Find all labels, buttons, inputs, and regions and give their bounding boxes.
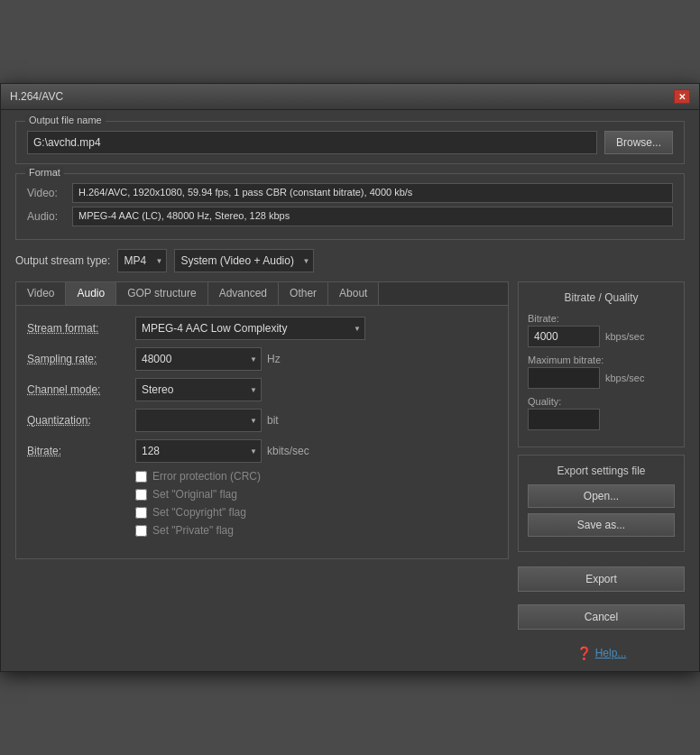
sampling-rate-unit: Hz [267,353,281,365]
private-flag-row: Set "Private" flag [135,524,497,537]
stream-type-label: Output stream type: [15,254,110,267]
original-flag-row: Set "Original" flag [135,488,497,501]
format-section: Format Video: H.264/AVC, 1920x1080, 59.9… [15,173,685,240]
error-protection-checkbox[interactable] [135,471,147,483]
audio-tab-content: Stream format: MPEG-4 AAC Low Complexity… [16,306,508,558]
sampling-rate-select-wrapper: 48000 44100 32000 [135,347,262,371]
output-filename-label: Output file name [25,115,106,125]
private-flag-checkbox[interactable] [135,525,147,537]
bitrate-input[interactable] [528,326,600,347]
format-label: Format [25,167,64,178]
sampling-rate-label: Sampling rate: [27,353,135,365]
copyright-flag-row: Set "Copyright" flag [135,506,497,519]
quantization-label: Quantization: [27,414,135,427]
stream-format-select[interactable]: MPEG-4 AAC Low Complexity MPEG-2 AAC MP3 [135,317,365,340]
channel-mode-row: Channel mode: Stereo Mono 5.1 [27,378,497,401]
save-as-button[interactable]: Save as... [528,513,675,537]
main-content: Video Audio GOP structure Advanced Other… [15,281,685,660]
channel-mode-select[interactable]: Stereo Mono 5.1 [135,378,262,401]
private-flag-label: Set "Private" flag [152,524,234,537]
window-title: H.264/AVC [10,90,63,103]
cancel-button[interactable]: Cancel [518,604,685,630]
open-button[interactable]: Open... [528,484,675,508]
tabs-container: Video Audio GOP structure Advanced Other… [15,281,509,559]
max-bitrate-kbps-label: kbps/sec [605,373,644,383]
stream-type-row: Output stream type: MP4 MKV AVI System (… [15,249,685,272]
export-button[interactable]: Export [518,566,685,592]
original-flag-checkbox[interactable] [135,489,147,501]
tab-advanced[interactable]: Advanced [208,282,279,305]
output-filename-section: Output file name Browse... [15,121,685,164]
mode-select[interactable]: System (Video + Audio) Video only Audio … [174,249,314,272]
browse-button[interactable]: Browse... [604,131,673,154]
original-flag-label: Set "Original" flag [152,488,237,501]
help-icon: ❓ [576,646,592,660]
mode-select-wrapper: System (Video + Audio) Video only Audio … [174,249,314,272]
quantization-row: Quantization: 16 24 bit [27,409,497,432]
output-filename-row: Browse... [27,131,673,154]
right-panel: Bitrate / Quality Bitrate: kbps/sec Maxi… [518,281,685,660]
bitrate-value-row: kbps/sec [528,326,675,347]
title-bar: H.264/AVC ✕ [1,84,699,110]
quality-label: Quality: [528,396,675,407]
window-body: Output file name Browse... Format Video:… [1,110,699,671]
main-window: H.264/AVC ✕ Output file name Browse... F… [0,83,700,672]
video-value: H.264/AVC, 1920x1080, 59.94 fps, 1 pass … [72,183,673,203]
sampling-rate-select[interactable]: 48000 44100 32000 [135,347,262,371]
tab-gop[interactable]: GOP structure [116,282,207,305]
audio-bitrate-select-wrapper: 128 64 192 256 320 [135,439,262,463]
quantization-control: 16 24 bit [135,409,497,432]
max-bitrate-row: kbps/sec [528,367,675,389]
copyright-flag-checkbox[interactable] [135,507,147,519]
close-button[interactable]: ✕ [674,89,690,104]
video-format-row: Video: H.264/AVC, 1920x1080, 59.94 fps, … [27,183,673,203]
audio-label: Audio: [27,210,72,223]
channel-mode-label: Channel mode: [27,383,135,396]
tab-about[interactable]: About [328,282,379,305]
audio-bitrate-control: 128 64 192 256 320 kbits/sec [135,439,497,463]
max-bitrate-label: Maximum bitrate: [528,354,675,365]
audio-value: MPEG-4 AAC (LC), 48000 Hz, Stereo, 128 k… [72,207,673,226]
tab-other[interactable]: Other [279,282,328,305]
quality-input[interactable] [528,409,600,430]
tabs-header: Video Audio GOP structure Advanced Other… [16,282,508,306]
channel-mode-select-wrapper: Stereo Mono 5.1 [135,378,262,401]
format-select-wrapper: MP4 MKV AVI [117,249,167,272]
quantization-unit: bit [267,414,279,427]
channel-mode-control: Stereo Mono 5.1 [135,378,497,401]
max-bitrate-input[interactable] [528,367,600,389]
export-settings-title: Export settings file [528,465,675,477]
audio-format-row: Audio: MPEG-4 AAC (LC), 48000 Hz, Stereo… [27,207,673,226]
audio-bitrate-unit: kbits/sec [267,445,309,457]
export-section: Export settings file Open... Save as... [518,455,685,552]
error-protection-row: Error protection (CRC) [135,470,497,483]
quality-row [528,409,675,430]
bitrate-section: Bitrate / Quality Bitrate: kbps/sec Maxi… [518,281,685,447]
error-protection-label: Error protection (CRC) [152,470,261,483]
tab-video[interactable]: Video [16,282,66,305]
audio-bitrate-select[interactable]: 128 64 192 256 320 [135,439,262,463]
sampling-rate-row: Sampling rate: 48000 44100 32000 Hz [27,347,497,371]
video-label: Video: [27,187,72,199]
quantization-select[interactable]: 16 24 [135,409,262,432]
stream-format-control: MPEG-4 AAC Low Complexity MPEG-2 AAC MP3 [135,317,497,340]
filename-input[interactable] [27,131,597,154]
stream-format-label: Stream format: [27,322,135,335]
quantization-select-wrapper: 16 24 [135,409,262,432]
help-row: ❓ Help... [518,646,685,660]
copyright-flag-label: Set "Copyright" flag [152,506,246,519]
tab-audio[interactable]: Audio [66,282,116,305]
sampling-rate-control: 48000 44100 32000 Hz [135,347,497,371]
bitrate-title: Bitrate / Quality [528,291,675,304]
help-link[interactable]: Help... [595,647,627,659]
bitrate-kbps-label: kbps/sec [605,331,644,342]
format-select[interactable]: MP4 MKV AVI [117,249,167,272]
left-panel: Video Audio GOP structure Advanced Other… [15,281,509,660]
stream-format-row: Stream format: MPEG-4 AAC Low Complexity… [27,317,497,340]
bitrate-field-label: Bitrate: [528,313,675,324]
audio-bitrate-label: Bitrate: [27,445,135,457]
stream-format-select-wrapper: MPEG-4 AAC Low Complexity MPEG-2 AAC MP3 [135,317,365,340]
audio-bitrate-row: Bitrate: 128 64 192 256 320 [27,439,497,463]
